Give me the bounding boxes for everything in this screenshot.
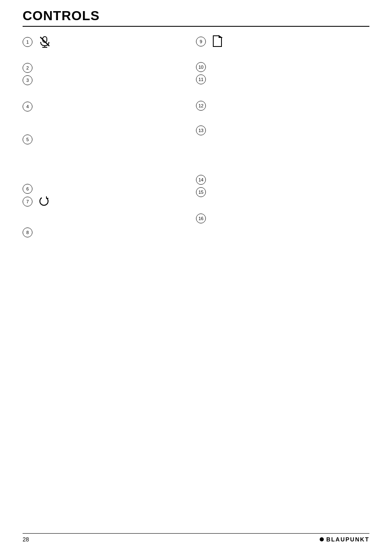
items-14-15-stack: 14 15	[196, 174, 369, 199]
circle-13: 13	[196, 125, 206, 135]
content-area: 1	[23, 35, 369, 243]
flag-icon	[212, 35, 223, 47]
mute-icon	[38, 35, 51, 48]
circle-3: 3	[23, 75, 32, 85]
page-number: 28	[23, 536, 29, 543]
flag-icon-area	[212, 35, 223, 47]
item-7-row: 7	[23, 195, 196, 207]
mute-icon-area	[38, 35, 51, 48]
items-6-7-stack: 6 7	[23, 183, 196, 213]
title-divider	[23, 26, 369, 27]
circle-2: 2	[23, 63, 32, 73]
item-6: 6	[23, 183, 196, 194]
circle-10: 10	[196, 62, 206, 72]
circle-16: 16	[196, 214, 206, 223]
item-15: 15	[196, 186, 369, 197]
circle-12: 12	[196, 101, 206, 111]
page-container: CONTROLS 1	[0, 0, 392, 555]
item-3: 3	[23, 74, 196, 85]
right-column: 9 10	[196, 35, 369, 243]
power-icon-area	[38, 195, 50, 207]
circle-8: 8	[23, 228, 32, 237]
item-14: 14	[196, 174, 369, 185]
circle-11: 11	[196, 74, 206, 84]
item-8: 8	[23, 227, 196, 237]
item-10: 10	[196, 61, 369, 72]
item-16: 16	[196, 213, 369, 223]
item-11: 11	[196, 74, 369, 84]
brand-dot	[320, 537, 324, 541]
page-title: CONTROLS	[23, 8, 369, 23]
item-9-row: 9	[196, 35, 369, 47]
circle-6: 6	[23, 184, 32, 194]
circle-5: 5	[23, 135, 32, 144]
circle-9: 9	[196, 37, 206, 46]
footer: 28 BLAUPUNKT	[23, 533, 369, 543]
item-4: 4	[23, 101, 196, 111]
item-2: 2	[23, 62, 196, 73]
left-column: 1	[23, 35, 196, 243]
items-2-3-stack: 2 3	[23, 62, 196, 87]
circle-1: 1	[23, 37, 32, 47]
power-icon	[38, 195, 50, 207]
circle-7: 7	[23, 197, 32, 207]
item-5: 5	[23, 134, 196, 144]
circle-4: 4	[23, 102, 32, 111]
item-1-row: 1	[23, 35, 196, 48]
item-12: 12	[196, 100, 369, 111]
items-10-11-stack: 10 11	[196, 61, 369, 86]
circle-15: 15	[196, 187, 206, 197]
brand-area: BLAUPUNKT	[320, 536, 369, 543]
item-13: 13	[196, 125, 369, 135]
brand-name: BLAUPUNKT	[326, 536, 369, 543]
circle-14: 14	[196, 175, 206, 185]
